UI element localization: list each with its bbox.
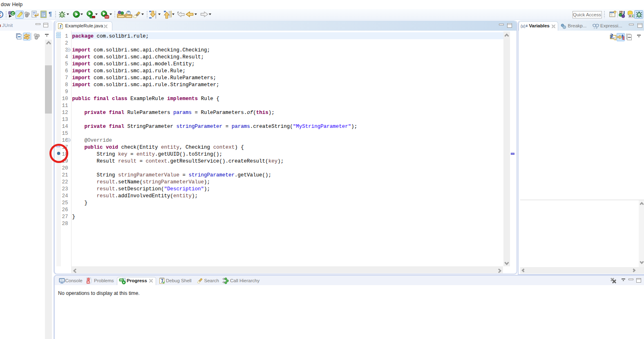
svg-text:(x): (x) [521, 24, 525, 29]
svg-text:J: J [59, 24, 61, 29]
svg-text:x: x [594, 27, 595, 29]
svg-text:C: C [11, 11, 14, 16]
